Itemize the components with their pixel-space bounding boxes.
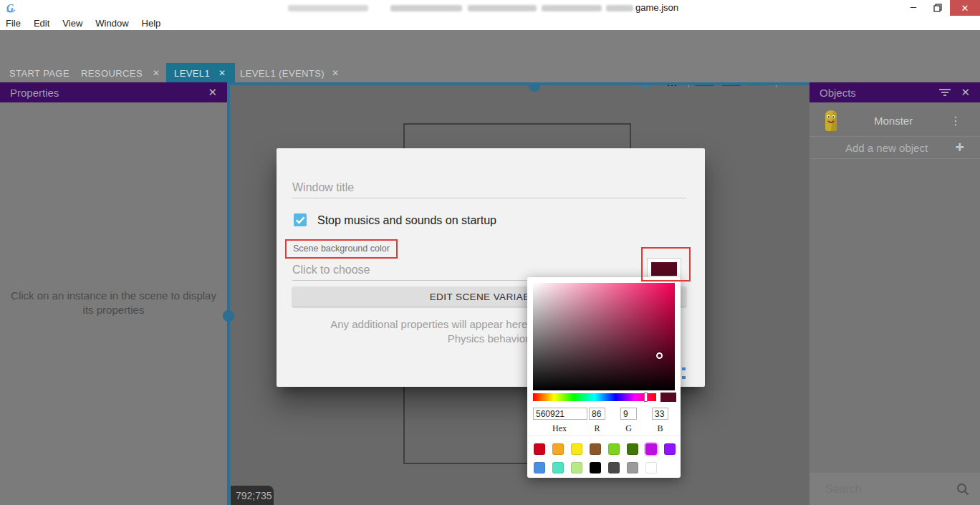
- hue-slider[interactable]: [533, 393, 656, 401]
- tab-level1-events[interactable]: LEVEL1 (EVENTS): [240, 68, 325, 79]
- properties-empty-message: Click on an instance in the scene to dis…: [0, 289, 227, 317]
- tab-resources[interactable]: RESOURCES: [81, 68, 143, 79]
- close-icon: ✕: [961, 3, 969, 14]
- objects-close-icon[interactable]: ✕: [961, 86, 970, 99]
- color-swatch[interactable]: [552, 443, 564, 455]
- object-name: Monster: [874, 115, 913, 127]
- annotation-scene-background-label: [285, 239, 398, 259]
- properties-empty-message-line2: its properties: [0, 303, 227, 317]
- objects-panel-header: Objects ✕: [810, 82, 980, 102]
- horizontal-scrollbar[interactable]: [230, 82, 810, 85]
- menu-window[interactable]: Window: [95, 18, 128, 29]
- color-swatch[interactable]: [571, 443, 582, 455]
- color-swatch[interactable]: [645, 462, 657, 473]
- filter-icon[interactable]: [939, 88, 951, 97]
- green-label: G: [620, 423, 637, 434]
- search-icon[interactable]: [956, 483, 969, 496]
- hex-label: Hex: [545, 423, 574, 434]
- search-input[interactable]: [825, 483, 940, 496]
- redacted-title-text: [468, 5, 537, 11]
- saturation-gradient[interactable]: [533, 283, 675, 390]
- tab-resources-close-icon[interactable]: ✕: [153, 68, 160, 78]
- color-swatch[interactable]: [608, 462, 620, 473]
- title-bar: G game.json – ✕: [0, 0, 980, 16]
- redacted-title-text: [390, 5, 462, 11]
- annotation-color-swatch: [641, 247, 691, 282]
- color-swatch[interactable]: [664, 443, 676, 455]
- minimize-button[interactable]: –: [901, 0, 926, 16]
- color-picker: Hex R G B: [527, 277, 681, 478]
- picker-divider: [527, 436, 681, 436]
- tab-level1-close-icon[interactable]: ✕: [218, 68, 226, 78]
- hidden-button-text-fragment: [682, 367, 686, 370]
- vertical-scrollbar-handle[interactable]: [223, 310, 234, 322]
- saturation-cursor[interactable]: [656, 352, 663, 359]
- redacted-title-text: [606, 5, 633, 11]
- color-swatch[interactable]: [590, 462, 601, 473]
- properties-close-icon[interactable]: ✕: [208, 86, 217, 99]
- minimize-icon: –: [911, 0, 916, 12]
- current-color-preview: [660, 393, 676, 402]
- tab-start-page[interactable]: START PAGE: [9, 68, 69, 79]
- red-label: R: [589, 423, 605, 434]
- blue-label: B: [652, 423, 668, 434]
- window-title: game.json: [635, 2, 678, 13]
- menu-help[interactable]: Help: [142, 18, 161, 29]
- tab-level1[interactable]: LEVEL1 ✕: [166, 63, 235, 82]
- plus-icon: +: [955, 138, 964, 157]
- window-title-field[interactable]: [292, 177, 686, 198]
- color-swatch[interactable]: [608, 443, 620, 455]
- blue-input[interactable]: [652, 408, 668, 420]
- menu-edit[interactable]: Edit: [34, 18, 49, 29]
- menu-view[interactable]: View: [62, 18, 82, 29]
- add-object-button[interactable]: Add a new object +: [810, 137, 980, 158]
- monster-object-icon: [822, 110, 840, 133]
- main-toolbar: 1:1: [0, 30, 980, 63]
- restore-icon: [933, 4, 942, 12]
- tab-level1-events-close-icon[interactable]: ✕: [332, 68, 339, 78]
- properties-empty-message-line1: Click on an instance in the scene to dis…: [0, 289, 227, 303]
- gdevelop-logo-icon: G: [5, 2, 16, 14]
- color-swatch[interactable]: [645, 443, 657, 455]
- scene-background-value[interactable]: Click to choose: [292, 264, 370, 276]
- hue-slider-handle[interactable]: [644, 393, 648, 402]
- tab-level1-label: LEVEL1: [174, 68, 210, 79]
- green-input[interactable]: [620, 408, 637, 420]
- menu-bar: File Edit View Window Help: [0, 16, 980, 30]
- coordinates-value: 792;735: [236, 490, 272, 501]
- stop-musics-checkbox[interactable]: [294, 213, 307, 226]
- objects-panel-title: Objects: [820, 87, 856, 99]
- menu-file[interactable]: File: [6, 18, 21, 29]
- add-object-label: Add a new object: [845, 142, 928, 154]
- object-more-icon[interactable]: ⋮: [950, 114, 961, 128]
- cursor-coordinates-badge: 792;735: [231, 486, 274, 505]
- editor-tab-bar: START PAGE RESOURCES ✕ LEVEL1 ✕ LEVEL1 (…: [0, 63, 980, 82]
- redacted-title-text: [288, 5, 368, 11]
- properties-panel: Properties ✕ Click on an instance in the…: [0, 82, 227, 505]
- hex-input[interactable]: [533, 408, 587, 420]
- objects-search-row: [810, 473, 980, 505]
- vertical-scrollbar[interactable]: [227, 82, 230, 505]
- stop-musics-label[interactable]: Stop musics and sounds on startup: [317, 214, 496, 227]
- color-swatch[interactable]: [534, 443, 545, 455]
- objects-panel: Objects ✕ Monster ⋮ Add a new object +: [810, 82, 980, 505]
- restore-button[interactable]: [926, 0, 950, 16]
- red-input[interactable]: [589, 408, 605, 420]
- color-swatch[interactable]: [571, 462, 582, 473]
- properties-panel-header: Properties ✕: [0, 82, 227, 102]
- divider: [810, 158, 980, 159]
- close-button[interactable]: ✕: [950, 0, 980, 16]
- properties-panel-title: Properties: [10, 87, 59, 99]
- redacted-title-text: [542, 5, 602, 11]
- hidden-button-text-fragment: [682, 376, 686, 379]
- color-swatch[interactable]: [627, 462, 638, 473]
- color-swatch[interactable]: [552, 462, 564, 473]
- color-swatch[interactable]: [590, 443, 601, 455]
- color-swatch[interactable]: [627, 443, 638, 455]
- check-icon: [294, 213, 307, 226]
- color-swatch[interactable]: [534, 462, 545, 473]
- object-row-monster[interactable]: Monster ⋮: [810, 105, 980, 136]
